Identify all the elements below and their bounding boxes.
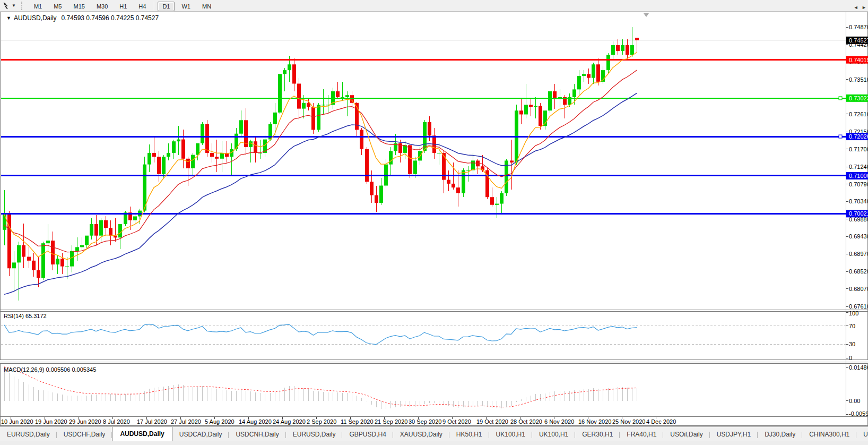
tab-gbpusd-h4[interactable]: GBPUSD,H4 <box>342 428 393 442</box>
candle-bull <box>90 224 93 236</box>
date-tick-label: 8 Jul 2020 <box>103 418 130 425</box>
tab-eurusd-daily[interactable]: EURUSD,Daily <box>0 428 57 442</box>
timeframe-button-h1[interactable]: H1 <box>115 2 132 11</box>
toolbar-separator <box>154 2 154 10</box>
candle-bear <box>7 215 11 268</box>
candle-bear <box>215 157 219 159</box>
timeframe-button-m1[interactable]: M1 <box>29 2 47 11</box>
timeframe-button-m5[interactable]: M5 <box>49 2 66 11</box>
price-tick-label: 0.71240 <box>849 164 868 170</box>
candle-bull <box>345 95 349 97</box>
cursor-tool-icon[interactable] <box>2 2 11 10</box>
rsi-scale-label: 0 <box>849 355 852 361</box>
tab-uk100-h1[interactable]: UK100,H1 <box>489 428 532 442</box>
candle-bear <box>635 38 639 40</box>
candle-bull <box>534 106 537 107</box>
candle-bull <box>201 124 204 143</box>
candle-bear <box>539 106 542 126</box>
candle-bull <box>630 45 634 55</box>
chart-title-row: ▼AUDUSD,Daily0.74593 0.74596 0.74225 0.7… <box>6 14 159 22</box>
timeframe-button-d1[interactable]: D1 <box>158 2 175 11</box>
price-chart-canvas[interactable]: 0.748700.744200.739700.735100.730600.726… <box>0 0 868 445</box>
candle-bull <box>147 153 151 165</box>
candle-bull <box>75 247 79 251</box>
price-tick-label: 0.68970 <box>849 251 868 257</box>
candle-bull <box>379 186 383 203</box>
candle-bear <box>181 140 185 159</box>
toolbar-grip[interactable] <box>21 2 25 10</box>
chart-collapse-icon[interactable]: ▼ <box>6 15 11 21</box>
candle-bear <box>51 241 55 264</box>
timeframe-button-h4[interactable]: H4 <box>134 2 151 11</box>
date-tick-label: 27 Jul 2020 <box>171 418 201 425</box>
candle-bull <box>611 45 615 55</box>
tab-usdcnh-daily[interactable]: USDCNH,Daily <box>229 428 285 442</box>
timeframe-button-w1[interactable]: W1 <box>177 2 195 11</box>
tab-ger30-h1[interactable]: GER30,H1 <box>575 428 620 442</box>
tab-dj30-daily[interactable]: DJ30,Daily <box>758 428 802 442</box>
candle-bull <box>191 155 195 168</box>
tab-usoil-h1[interactable]: USOil,H1 <box>856 428 868 442</box>
date-tick-label: 9 Oct 2020 <box>442 418 471 425</box>
date-tick-label: 24 Aug 2020 <box>273 418 306 425</box>
tab-xauusd-daily[interactable]: XAUUSD,Daily <box>393 428 449 442</box>
candle-bull <box>17 245 21 263</box>
tab-hk50-h1[interactable]: HK50,H1 <box>449 428 489 442</box>
tab-audusd-daily[interactable]: AUDUSD,Daily <box>112 426 172 442</box>
rsi-scale-label: 100 <box>849 310 858 316</box>
price-tick-label: 0.70790 <box>849 181 868 187</box>
date-tick-label: 6 Nov 2020 <box>544 418 574 425</box>
candle-bull <box>3 215 6 230</box>
date-tick-label: 5 Aug 2020 <box>205 418 235 425</box>
candle-bull <box>239 120 243 133</box>
price-tick-label: 0.74870 <box>849 24 868 30</box>
tab-uk100-h1[interactable]: UK100,H1 <box>532 428 575 442</box>
hline-price-label: 0.72026 <box>849 133 868 140</box>
candle-bear <box>336 91 340 97</box>
candle-bear <box>447 180 450 184</box>
hline-price-label: 0.71006 <box>849 173 868 179</box>
tab-eurusd-daily[interactable]: EURUSD,Daily <box>286 428 343 442</box>
candle-bear <box>311 107 315 130</box>
tab-usoil-daily[interactable]: USOil,Daily <box>663 428 709 442</box>
candle-bear <box>152 153 156 157</box>
candle-bull <box>162 157 166 174</box>
price-tick-label: 0.71700 <box>849 146 868 152</box>
date-tick-label: 2 Sep 2020 <box>307 418 336 425</box>
candle-bear <box>32 261 36 270</box>
hline-handle <box>839 97 842 100</box>
candle-bull <box>56 259 59 264</box>
timeframe-group-2: D1W1MN <box>157 1 217 11</box>
timeframe-button-m15[interactable]: M15 <box>68 2 89 11</box>
date-tick-label: 30 Sep 2020 <box>409 418 441 425</box>
candle-bear <box>210 153 214 157</box>
status-strip <box>0 441 868 445</box>
timeframe-button-m30[interactable]: M30 <box>92 2 112 11</box>
chart-ohlc-values: 0.74593 0.74596 0.74225 0.74527 <box>62 14 159 22</box>
candle-bear <box>297 84 301 109</box>
candle-bull <box>389 151 393 164</box>
candle-bull <box>70 251 74 267</box>
cursor-tool-dropdown-icon[interactable]: ▼ <box>12 3 16 8</box>
tab-scroll-right-icon[interactable]: ► <box>862 5 866 10</box>
tab-scroll-left-icon[interactable]: ◄ <box>854 5 858 10</box>
candle-bear <box>408 145 412 174</box>
timeframe-button-mn[interactable]: MN <box>197 2 216 11</box>
candle-bear <box>109 228 112 235</box>
tab-usdcad-daily[interactable]: USDCAD,Daily <box>172 428 229 442</box>
candle-bull <box>621 45 624 51</box>
tab-usdjpy-h1[interactable]: USDJPY,H1 <box>710 428 758 442</box>
candle-bull <box>341 97 344 98</box>
macd-scale-label: 0.00 <box>849 398 860 404</box>
candle-bull <box>302 103 306 109</box>
tab-fra40-h1[interactable]: FRA40,H1 <box>620 428 663 442</box>
price-tick-label: 0.68070 <box>849 286 868 292</box>
candle-bear <box>37 270 40 278</box>
candle-bull <box>177 140 180 142</box>
tab-china300-h1[interactable]: CHINA300,H1 <box>802 428 856 442</box>
date-tick-label: 19 Oct 2020 <box>476 418 508 425</box>
candle-bear <box>428 122 431 135</box>
tab-usdchf-daily[interactable]: USDCHF,Daily <box>57 428 112 442</box>
candle-bull <box>41 243 45 278</box>
candle-bull <box>606 55 610 70</box>
